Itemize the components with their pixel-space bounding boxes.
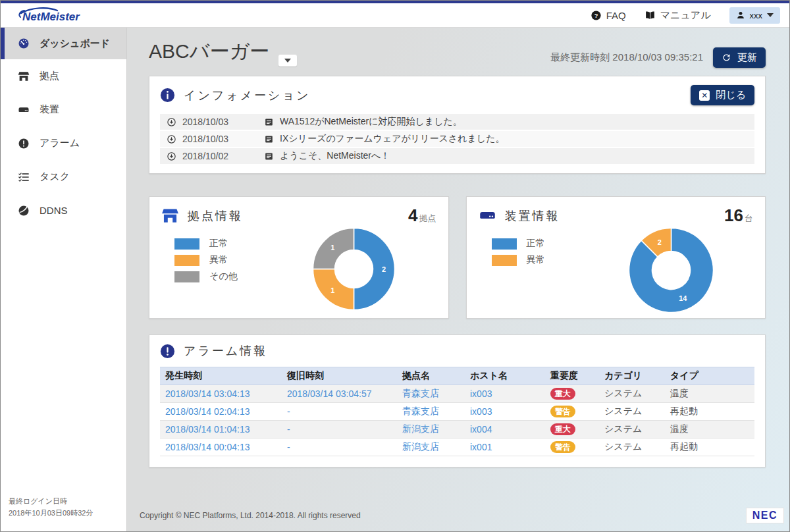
host-name-link[interactable]: ix003 [470,406,492,417]
site-name-link[interactable]: 新潟支店 [402,441,439,452]
sidebar-item-拠点[interactable]: 拠点 [1,59,126,93]
donut-value-label: 1 [331,244,335,252]
legend-swatch [492,238,517,250]
alarm-column-header: 重要度 [545,367,599,385]
refresh-button[interactable]: 更新 [713,47,766,68]
sidebar-item-label: 拠点 [40,70,59,82]
alarm-cell: 温度 [665,385,754,403]
sidebar-item-DDNS[interactable]: DDNS [1,194,126,227]
alarm-row: 2018/03/14 02:04:13-青森支店ix003警告システム再起動 [160,403,754,421]
total-count-value: 16 [724,205,743,226]
occurred-time-link[interactable]: 2018/03/14 02:04:13 [165,406,250,417]
sidebar-item-アラーム[interactable]: アラーム [1,126,126,160]
memo-icon [264,151,274,161]
chart-panel-title: 装置情報 [505,208,560,224]
information-panel: インフォメーション ✕ 閉じる 2018/10/03WA1512がNetMeis… [149,76,766,174]
legend-item: その他 [174,271,272,282]
category-cell: システム [604,423,642,434]
chart-legend: 正常異常その他 [161,227,272,311]
occurred-time-link[interactable]: 2018/03/14 01:04:13 [165,424,250,435]
donut-value-label: 1 [331,286,335,294]
alarm-table-header-row: 発生時刻復旧時刻拠点名ホスト名重要度カテゴリタイプ [160,367,754,385]
host-name-link[interactable]: ix001 [470,442,492,452]
occurred-time-link[interactable]: 2018/03/14 03:04:13 [165,388,250,399]
legend-item: 正常 [174,238,272,250]
severity-badge: 警告 [550,406,575,417]
alarm-cell: 警告 [545,403,599,421]
chart-panel-title: 拠点情報 [188,208,243,224]
alarm-column-header: 拠点名 [397,367,465,385]
last-login-label: 最終ログイン日時 [9,495,118,508]
category-cell: システム [604,406,642,416]
sidebar-item-タスク[interactable]: タスク [1,160,126,194]
alarm-cell: 2018/03/14 01:04:13 [160,421,282,439]
footer: Copyright © NEC Platforms, Ltd. 2014-201… [149,508,766,531]
sidebar-item-label: ダッシュボード [40,38,110,50]
alarm-circle-icon [160,344,175,359]
information-list: 2018/10/03WA1512がNetMeisterに対応開始しました。201… [160,114,754,164]
recovered-time-link[interactable]: 2018/03/14 03:04:57 [287,388,371,399]
site-name-link[interactable]: 青森支店 [402,388,439,398]
site-name-link[interactable]: 新潟支店 [402,423,439,434]
chevron-down-icon [767,13,774,17]
alarm-cell: 2018/03/14 00:04:13 [160,439,282,456]
main-content: ABCバーガー 最終更新時刻 2018/10/03 09:35:21 更新 [127,28,789,531]
user-icon [736,11,745,20]
type-cell: 再起動 [670,441,698,452]
recovered-time-link[interactable]: - [287,442,290,452]
alarm-cell: システム [599,403,665,421]
last-login-info: 最終ログイン日時 2018年10月03日09時32分 [1,489,126,531]
recovered-time-link[interactable]: - [287,406,290,417]
close-information-button[interactable]: ✕ 閉じる [691,85,754,105]
faq-link[interactable]: ? FAQ [591,10,626,21]
legend-swatch [174,255,199,266]
alarm-column-header: 発生時刻 [160,367,282,385]
sidebar-item-装置[interactable]: 装置 [1,93,126,126]
user-menu-button[interactable]: xxx [729,7,781,24]
occurred-time-link[interactable]: 2018/03/14 00:04:13 [165,442,250,452]
alarm-cell: 警告 [545,439,599,456]
manual-link[interactable]: マニュアル [645,9,711,22]
legend-swatch [174,238,199,250]
total-count-unit: 台 [745,213,753,225]
legend-label: 正常 [527,238,545,250]
globe-icon [18,205,30,217]
recovered-time-link[interactable]: - [287,424,290,435]
refresh-icon [722,53,731,63]
type-cell: 温度 [670,388,689,398]
information-date: 2018/10/03 [182,134,228,144]
alarm-cell: 新潟支店 [397,421,465,439]
release-circle-icon [167,151,176,161]
sidebar-item-label: アラーム [40,137,80,149]
alarm-cell: システム [599,439,665,456]
manual-label: マニュアル [660,9,711,22]
store-icon [161,207,179,225]
host-name-link[interactable]: ix003 [470,388,492,399]
alarm-cell: 2018/03/14 03:04:13 [160,385,282,403]
site-name-link[interactable]: 青森支店 [402,406,439,416]
info-circle-icon [160,88,175,103]
chart-legend: 正常異常 [479,227,589,313]
last-update-label: 最終更新時刻 [550,51,610,63]
information-text: ようこそ、NetMeisterへ！ [280,150,390,162]
svg-text:?: ? [594,12,598,18]
severity-badge: 重大 [550,388,575,400]
sidebar-item-label: DDNS [40,205,68,216]
sidebar-item-ダッシュボード[interactable]: ダッシュボード [1,28,126,59]
alarm-cell: 2018/03/14 03:04:57 [282,385,397,403]
legend-item: 異常 [492,254,589,266]
group-select-button[interactable] [278,55,297,66]
alarm-info-panel: アラーム情報 発生時刻復旧時刻拠点名ホスト名重要度カテゴリタイプ 2018/03… [149,334,766,467]
legend-item: 異常 [174,254,272,266]
sidebar-item-label: 装置 [40,103,59,116]
charts-row: 拠点情報4拠点正常異常その他211 装置情報16台正常異常142 [149,196,766,319]
netmeister-logo[interactable]: NetMeister [16,7,115,24]
legend-label: 異常 [527,254,545,266]
alarm-cell: ix003 [465,403,545,421]
memo-icon [264,134,274,144]
book-icon [645,10,656,21]
host-name-link[interactable]: ix004 [470,424,492,435]
alarm-row: 2018/03/14 01:04:13-新潟支店ix004重大システム温度 [160,421,754,439]
close-label: 閉じる [716,89,746,101]
header-nav: ? FAQ マニュアル xxx [591,7,780,24]
